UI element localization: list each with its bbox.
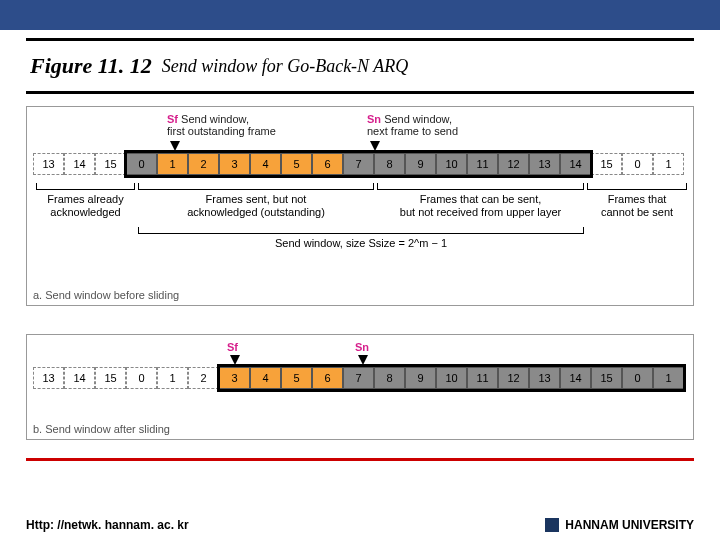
frame-cell: 10 [436,367,467,389]
frame-cell: 3 [219,153,250,175]
frame-cell: 7 [343,153,374,175]
frame-cell: 8 [374,153,405,175]
frame-cell: 12 [498,153,529,175]
frame-cell: 2 [188,153,219,175]
frame-cell: 0 [622,367,653,389]
frame-cell: 9 [405,367,436,389]
sf-symbol: Sf [167,113,178,125]
diagram-before-sliding: Sf Send window, first outstanding frame … [26,106,694,306]
frame-cell: 7 [343,367,374,389]
sf-desc: Send window, first outstanding frame [167,113,276,137]
sn-arrow-b-icon [358,355,368,365]
frame-cell: 0 [126,153,157,175]
label-acknowledged: Frames already acknowledged [36,193,135,219]
frame-cell: 13 [33,367,64,389]
label-cannot: Frames that cannot be sent [587,193,687,219]
brace-ack [36,189,135,190]
footer-right: HANNAM UNIVERSITY [545,518,694,532]
sf-arrow-b-icon [230,355,240,365]
figure-title-bar: Figure 11. 12 Send window for Go-Back-N … [26,38,694,94]
sn-symbol-b: Sn [355,341,369,353]
sn-arrow-icon [370,141,380,151]
frame-cell: 10 [436,153,467,175]
frame-cell: 14 [560,153,591,175]
brace-outstanding [138,189,374,190]
frame-cell: 15 [95,367,126,389]
footer-university: HANNAM UNIVERSITY [565,518,694,532]
frame-cell: 5 [281,367,312,389]
frame-cell: 6 [312,367,343,389]
sf-pointer: Sf Send window, first outstanding frame [167,113,276,137]
frame-cell: 15 [95,153,126,175]
sf-symbol-b: Sf [227,341,238,353]
frame-cell: 3 [219,367,250,389]
label-window-size: Send window, size Ssize = 2^m − 1 [138,237,584,250]
frame-cell: 15 [591,153,622,175]
frame-cell: 11 [467,367,498,389]
frame-cell: 14 [560,367,591,389]
university-logo-icon [545,518,559,532]
frame-cell: 4 [250,367,281,389]
frame-cell: 13 [529,367,560,389]
frame-cell: 12 [498,367,529,389]
frame-cell: 5 [281,153,312,175]
frame-cell: 11 [467,153,498,175]
sn-pointer: Sn Send window, next frame to send [367,113,458,137]
frame-cell: 2 [188,367,219,389]
footer: Http: //netwk. hannam. ac. kr HANNAM UNI… [26,518,694,532]
frame-cell: 9 [405,153,436,175]
frame-cell: 4 [250,153,281,175]
frame-cell: 0 [126,367,157,389]
frame-cell: 1 [157,153,188,175]
frame-cell: 13 [529,153,560,175]
frame-cell: 15 [591,367,622,389]
brace-window-size [138,233,584,234]
top-accent-bar [0,0,720,30]
brace-cansend [377,189,584,190]
frame-cell: 1 [157,367,188,389]
red-divider [26,458,694,461]
subcaption-a: a. Send window before sliding [33,289,179,301]
frame-cell: 13 [33,153,64,175]
frame-cell: 8 [374,367,405,389]
figure-caption: Send window for Go-Back-N ARQ [162,56,409,77]
frame-cell: 0 [622,153,653,175]
footer-url: Http: //netwk. hannam. ac. kr [26,518,189,532]
sn-symbol: Sn [367,113,381,125]
frame-cell: 1 [653,367,684,389]
frame-cell: 6 [312,153,343,175]
sf-arrow-icon [170,141,180,151]
label-outstanding: Frames sent, but not acknowledged (outst… [138,193,374,219]
brace-cannot [587,189,687,190]
subcaption-b: b. Send window after sliding [33,423,170,435]
figure-number: Figure 11. 12 [30,53,152,79]
diagram-after-sliding: Sf Sn 131415012345678910111213141501 b. … [26,334,694,440]
sn-pointer-b: Sn [355,341,369,353]
sf-pointer-b: Sf [227,341,238,353]
frame-cell: 14 [64,153,95,175]
sn-desc: Send window, next frame to send [367,113,458,137]
label-cansend: Frames that can be sent, but not receive… [377,193,584,219]
frame-cell: 1 [653,153,684,175]
frame-cell: 14 [64,367,95,389]
